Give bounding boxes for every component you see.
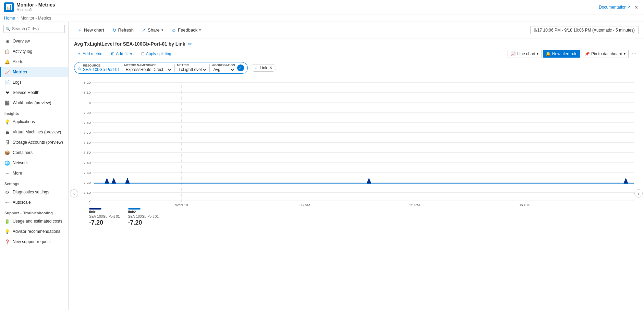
sidebar-label-diagnostics: Diagnostics settings (13, 190, 49, 194)
sidebar-item-advisor[interactable]: 💡 Advisor recommendations (0, 226, 68, 237)
refresh-icon: ↻ (112, 27, 117, 33)
svg-text:-8.20: -8.20 (82, 81, 91, 84)
metric-pill: △ RESOURCE SEA-100Gb-Port-01 METRIC NAME… (74, 62, 248, 74)
new-alert-rule-button[interactable]: 🔔 New alert rule (543, 50, 580, 58)
support-request-icon: ❓ (4, 239, 10, 245)
feedback-button[interactable]: ☺ Feedback ▾ (168, 26, 204, 35)
sidebar-item-logs[interactable]: 📄 Logs (0, 77, 68, 87)
sidebar-item-diagnostics[interactable]: ⚙ Diagnostics settings (0, 187, 68, 197)
split-link-tag[interactable]: ↔ Link ✕ (251, 64, 276, 72)
sidebar-label-network: Network (13, 160, 28, 165)
sidebar-item-autoscale[interactable]: ✏ Autoscale (0, 197, 68, 207)
sidebar-item-metrics[interactable]: 📈 Metrics (0, 67, 68, 77)
metric-label: METRIC (177, 63, 207, 67)
link-tag-close[interactable]: ✕ (269, 65, 272, 70)
breadcrumb-home[interactable]: Home (4, 16, 15, 21)
breadcrumb-current: Monitor - Metrics (21, 16, 51, 21)
metric-selector-row: △ RESOURCE SEA-100Gb-Port-01 METRIC NAME… (69, 61, 644, 76)
storage-accounts-icon: 🗄 (4, 140, 10, 145)
aggregation-select[interactable]: Avg (212, 67, 235, 72)
add-metric-button[interactable]: ＋ Add metric (74, 49, 105, 58)
documentation-link[interactable]: Documentation ↗ (599, 5, 630, 10)
app-title-group: Monitor - Metrics Microsoft (16, 2, 55, 12)
metric-select[interactable]: TxLightLevel (177, 67, 207, 72)
metric-field: METRIC TxLightLevel (177, 63, 207, 72)
svg-text:-7.80: -7.80 (82, 121, 91, 124)
chart-nav-right[interactable]: › (634, 189, 643, 198)
applications-icon: 💡 (4, 119, 10, 124)
sidebar-item-activity-log[interactable]: 📋 Activity log (0, 46, 68, 57)
app-subtitle: Microsoft (16, 8, 55, 12)
svg-marker-32 (111, 178, 116, 184)
svg-text:-7: -7 (87, 199, 91, 202)
activity-log-icon: 📋 (4, 49, 10, 54)
edit-title-button[interactable]: ✏ (188, 41, 192, 47)
more-options-button[interactable]: ··· (630, 50, 639, 58)
sidebar-item-virtual-machines[interactable]: 🖥 Virtual Machines (preview) (0, 127, 68, 137)
breadcrumb-sep1: › (17, 16, 19, 21)
sidebar-item-alerts[interactable]: 🔔 Alerts (0, 57, 68, 67)
alert-icon: 🔔 (546, 51, 551, 56)
svg-marker-34 (366, 178, 371, 184)
add-filter-button[interactable]: ⊞ Add filter (108, 50, 135, 58)
legend-value-link1: -7.20 (89, 219, 120, 226)
sidebar-label-workbooks: Workbooks (preview) (13, 100, 51, 105)
sidebar-search-container: 🔍 (0, 22, 68, 36)
right-chart-actions: 📈 Line chart ▾ 🔔 New alert rule 📌 Pin to… (508, 50, 639, 58)
sidebar-label-alerts: Alerts (13, 59, 23, 64)
sidebar-item-more[interactable]: ··· More (0, 168, 68, 178)
apply-splitting-button[interactable]: ⊡ Apply splitting (138, 50, 174, 58)
legend-item-link1: link1 SEA-100Gb-Port-01 -7.20 (89, 208, 120, 226)
sidebar-label-applications: Applications (13, 119, 35, 124)
sidebar-item-usage-costs[interactable]: 🔋 Usage and estimated costs (0, 216, 68, 226)
svg-text:06 PM: 06 PM (519, 203, 530, 207)
support-section-label: Support + Troubleshooting (0, 207, 68, 216)
svg-text:-8.10: -8.10 (82, 91, 91, 94)
svg-marker-33 (125, 178, 130, 184)
pin-to-dashboard-button[interactable]: 📌 Pin to dashboard ▾ (582, 50, 629, 58)
chart-nav-left[interactable]: ‹ (70, 189, 78, 198)
overview-icon: ⊞ (4, 38, 10, 44)
svg-marker-31 (105, 178, 109, 184)
sidebar-item-workbooks[interactable]: 📓 Workbooks (preview) (0, 98, 68, 108)
sidebar-item-applications[interactable]: 💡 Applications (0, 117, 68, 127)
diagnostics-icon: ⚙ (4, 189, 10, 195)
service-health-icon: ❤ (4, 90, 10, 95)
close-button[interactable]: ✕ (633, 4, 640, 11)
pill-sep2 (174, 64, 175, 72)
sidebar-item-storage-accounts[interactable]: 🗄 Storage Accounts (preview) (0, 137, 68, 147)
sidebar-item-network[interactable]: 🌐 Network (0, 158, 68, 168)
namespace-select[interactable]: ExpressRoute Direct... (124, 67, 172, 72)
line-chart-button[interactable]: 📈 Line chart ▾ (508, 50, 542, 58)
share-button[interactable]: ↗ Share ▾ (138, 26, 167, 35)
sidebar-item-service-health[interactable]: ❤ Service Health (0, 87, 68, 98)
alerts-icon: 🔔 (4, 59, 10, 64)
metric-confirm-button[interactable]: ✓ (237, 64, 244, 71)
metric-bar: ＋ Add metric ⊞ Add filter ⊡ Apply splitt… (69, 48, 644, 61)
add-filter-icon: ⊞ (111, 51, 114, 56)
sidebar-label-support-request: New support request (13, 239, 51, 244)
workbooks-icon: 📓 (4, 100, 10, 106)
sidebar-item-overview[interactable]: ⊞ Overview (0, 36, 68, 46)
svg-text:12 PM: 12 PM (409, 203, 420, 207)
search-input[interactable] (3, 25, 65, 33)
svg-text:-7.60: -7.60 (82, 141, 91, 144)
autoscale-icon: ✏ (4, 200, 10, 205)
svg-text:-8: -8 (87, 101, 91, 104)
time-range-button[interactable]: 9/17 10:06 PM - 9/18 10:06 PM (Automatic… (530, 26, 639, 34)
virtual-machines-icon: 🖥 (4, 129, 10, 135)
aggregation-field: AGGREGATION Avg (212, 63, 235, 72)
svg-text:-7.70: -7.70 (82, 131, 91, 134)
sidebar-label-more: More (13, 171, 22, 176)
resource-value[interactable]: SEA-100Gb-Port-01 (83, 67, 120, 72)
sidebar-item-support-request[interactable]: ❓ New support request (0, 237, 68, 247)
sidebar-item-containers[interactable]: 📦 Containers (0, 147, 68, 158)
refresh-button[interactable]: ↻ Refresh (109, 26, 137, 35)
svg-text:-7.10: -7.10 (82, 191, 91, 194)
more-icon: ··· (4, 170, 10, 176)
new-chart-button[interactable]: ＋ New chart (74, 25, 108, 35)
sidebar-label-metrics: Metrics (13, 70, 27, 74)
add-metric-icon: ＋ (77, 51, 81, 57)
splitting-icon: ⊡ (141, 51, 145, 56)
app-logo: 📊 (4, 2, 14, 12)
